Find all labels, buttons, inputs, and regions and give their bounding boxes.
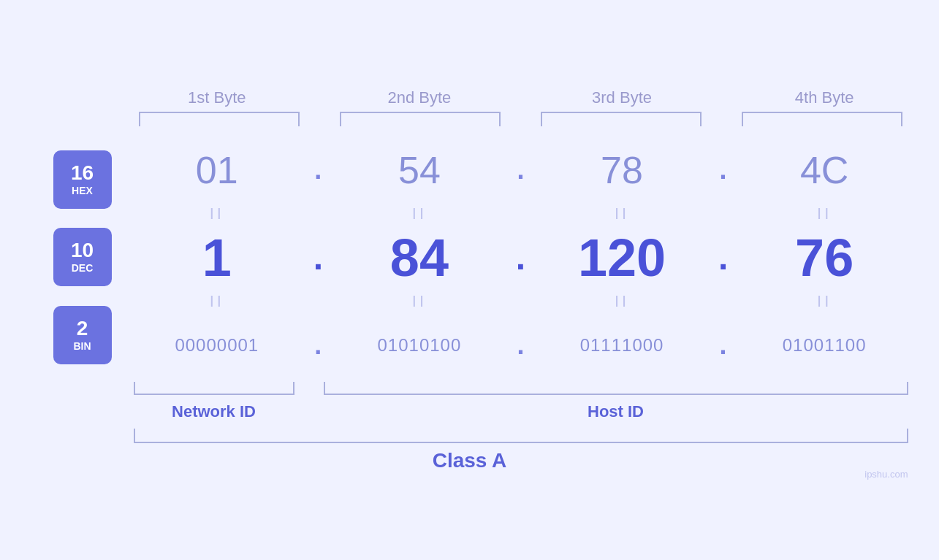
bin-dot-3: .: [709, 330, 738, 361]
top-bracket-4: [742, 112, 902, 126]
equals-2-4: II: [744, 292, 905, 311]
dec-cell-2: 84: [339, 231, 500, 284]
watermark: ipshu.com: [864, 469, 908, 480]
bin-cell-4: 01001100: [744, 335, 905, 356]
dec-cell-1: 1: [137, 231, 297, 284]
bin-value-3: 01111000: [580, 335, 664, 355]
bin-badge-num: 2: [77, 318, 88, 339]
dec-value-3: 120: [578, 229, 666, 287]
bottom-area: Network ID Host ID: [31, 382, 908, 421]
hex-row: 01 . 54 . 78 . 4C: [134, 141, 908, 199]
hex-badge-label: HEX: [72, 185, 93, 196]
bin-cell-1: 00000001: [137, 335, 297, 356]
byte-header-3: 3rd Byte: [541, 88, 702, 112]
dec-value-4: 76: [795, 229, 854, 287]
bin-badge-label: BIN: [73, 340, 91, 352]
top-bracket-1: [139, 112, 300, 126]
equals-row-2: II II II II: [134, 287, 908, 316]
dec-badge-num: 10: [71, 240, 94, 261]
dec-dot-1: .: [303, 237, 332, 277]
equals-2-1: II: [137, 292, 297, 311]
equals-1-1: II: [137, 204, 297, 223]
dec-badge: 10 DEC: [53, 228, 112, 286]
equals-1-4: II: [744, 204, 905, 223]
host-id-bracket: [324, 382, 908, 395]
hex-cell-2: 54: [339, 148, 500, 192]
byte-header-4: 4th Byte: [744, 88, 905, 112]
top-brackets: [134, 112, 908, 126]
bin-value-1: 00000001: [175, 335, 259, 355]
bin-cell-3: 01111000: [541, 335, 702, 356]
class-area: Class A: [31, 429, 908, 472]
equals-1-3: II: [541, 204, 702, 223]
bin-dot-1: .: [303, 330, 332, 361]
dec-cell-4: 76: [744, 231, 905, 284]
hex-badge-num: 16: [71, 163, 94, 183]
hex-value-2: 54: [398, 149, 441, 191]
class-label: Class A: [31, 449, 908, 472]
equals-1-2: II: [339, 204, 500, 223]
bin-value-2: 01010100: [378, 335, 462, 355]
dec-value-2: 84: [390, 229, 449, 287]
equals-2-3: II: [541, 292, 702, 311]
bin-value-4: 01001100: [783, 335, 867, 355]
dec-row: 1 . 84 . 120 . 76: [134, 229, 908, 287]
top-bracket-3: [541, 112, 702, 126]
rows-area: 16 HEX 10 DEC 2 BIN 01 . 54: [31, 141, 908, 375]
hex-dot-3: .: [709, 155, 738, 185]
hex-cell-3: 78: [541, 148, 702, 192]
dec-value-1: 1: [202, 229, 232, 287]
top-bracket-2: [340, 112, 501, 126]
main-grid: 01 . 54 . 78 . 4C II II: [134, 141, 908, 375]
host-id-label: Host ID: [324, 402, 908, 421]
hex-dot-2: .: [506, 155, 535, 185]
main-container: 1st Byte 2nd Byte 3rd Byte 4th Byte 16 H…: [31, 88, 908, 472]
equals-row-1: II II II II: [134, 199, 908, 229]
bin-cell-2: 01010100: [339, 335, 500, 356]
hex-cell-4: 4C: [744, 148, 905, 192]
bin-dot-2: .: [506, 330, 535, 361]
hex-value-1: 01: [196, 149, 238, 191]
network-id-label: Network ID: [134, 402, 294, 421]
hex-value-3: 78: [601, 149, 643, 191]
bin-badge: 2 BIN: [53, 306, 112, 364]
equals-2-2: II: [339, 292, 500, 311]
byte-header-1: 1st Byte: [137, 88, 297, 112]
badges-column: 16 HEX 10 DEC 2 BIN: [31, 141, 134, 375]
hex-value-4: 4C: [800, 149, 848, 191]
byte-headers: 1st Byte 2nd Byte 3rd Byte 4th Byte: [134, 88, 908, 112]
hex-dot-1: .: [303, 155, 332, 185]
hex-cell-1: 01: [137, 148, 297, 192]
bin-row: 00000001 . 01010100 . 01111000 . 0100110…: [134, 316, 908, 375]
dec-cell-3: 120: [541, 231, 702, 284]
hex-badge: 16 HEX: [53, 150, 112, 209]
dec-dot-3: .: [709, 237, 738, 277]
dec-badge-label: DEC: [72, 262, 94, 274]
net-id-bracket: [134, 382, 294, 395]
class-bracket: [134, 429, 908, 443]
dec-dot-2: .: [506, 237, 535, 277]
byte-header-2: 2nd Byte: [339, 88, 500, 112]
